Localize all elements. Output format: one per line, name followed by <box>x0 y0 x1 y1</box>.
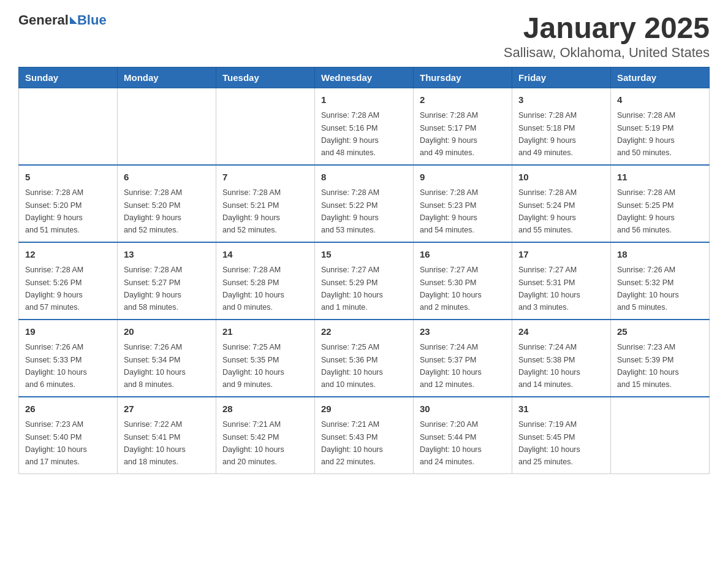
day-info: Sunrise: 7:28 AMSunset: 5:27 PMDaylight:… <box>124 266 182 312</box>
day-info: Sunrise: 7:27 AMSunset: 5:31 PMDaylight:… <box>518 266 580 312</box>
day-info: Sunrise: 7:28 AMSunset: 5:28 PMDaylight:… <box>222 266 284 312</box>
day-number: 25 <box>617 325 703 339</box>
day-info: Sunrise: 7:28 AMSunset: 5:24 PMDaylight:… <box>518 188 577 234</box>
day-number: 23 <box>420 325 506 339</box>
calendar-cell: 21Sunrise: 7:25 AMSunset: 5:35 PMDayligh… <box>216 320 315 397</box>
day-number: 6 <box>124 170 210 185</box>
page-header: General Blue January 2025 Sallisaw, Okla… <box>18 12 710 61</box>
day-number: 14 <box>222 248 308 262</box>
day-number: 18 <box>617 248 703 262</box>
calendar-cell: 9Sunrise: 7:28 AMSunset: 5:23 PMDaylight… <box>414 165 512 242</box>
calendar-cell: 18Sunrise: 7:26 AMSunset: 5:32 PMDayligh… <box>611 242 710 320</box>
calendar-cell: 4Sunrise: 7:28 AMSunset: 5:19 PMDaylight… <box>611 88 710 165</box>
calendar-table: SundayMondayTuesdayWednesdayThursdayFrid… <box>18 67 710 474</box>
day-info: Sunrise: 7:26 AMSunset: 5:34 PMDaylight:… <box>124 343 186 389</box>
calendar-cell: 26Sunrise: 7:23 AMSunset: 5:40 PMDayligh… <box>19 397 118 474</box>
calendar-cell: 30Sunrise: 7:20 AMSunset: 5:44 PMDayligh… <box>414 397 512 474</box>
day-info: Sunrise: 7:27 AMSunset: 5:30 PMDaylight:… <box>420 266 482 312</box>
day-info: Sunrise: 7:28 AMSunset: 5:25 PMDaylight:… <box>617 188 675 234</box>
logo-triangle-icon <box>70 17 77 24</box>
day-number: 29 <box>321 402 407 416</box>
calendar-cell <box>19 88 118 165</box>
day-number: 11 <box>617 170 703 185</box>
calendar-cell: 14Sunrise: 7:28 AMSunset: 5:28 PMDayligh… <box>216 242 315 320</box>
day-info: Sunrise: 7:28 AMSunset: 5:16 PMDaylight:… <box>321 111 379 157</box>
day-info: Sunrise: 7:26 AMSunset: 5:32 PMDaylight:… <box>617 266 679 312</box>
day-info: Sunrise: 7:21 AMSunset: 5:43 PMDaylight:… <box>321 420 383 466</box>
calendar-cell: 5Sunrise: 7:28 AMSunset: 5:20 PMDaylight… <box>19 165 118 242</box>
day-number: 30 <box>420 402 506 416</box>
day-number: 19 <box>25 325 111 339</box>
day-info: Sunrise: 7:23 AMSunset: 5:40 PMDaylight:… <box>25 420 87 466</box>
day-number: 3 <box>518 93 604 107</box>
day-number: 10 <box>518 170 604 185</box>
day-info: Sunrise: 7:28 AMSunset: 5:20 PMDaylight:… <box>25 188 83 234</box>
calendar-cell: 17Sunrise: 7:27 AMSunset: 5:31 PMDayligh… <box>512 242 611 320</box>
day-header-wednesday: Wednesday <box>315 67 414 88</box>
day-number: 4 <box>617 93 703 107</box>
calendar-cell: 16Sunrise: 7:27 AMSunset: 5:30 PMDayligh… <box>414 242 512 320</box>
day-number: 12 <box>25 248 111 262</box>
calendar-cell: 19Sunrise: 7:26 AMSunset: 5:33 PMDayligh… <box>19 320 118 397</box>
calendar-cell: 11Sunrise: 7:28 AMSunset: 5:25 PMDayligh… <box>611 165 710 242</box>
calendar-week-row: 26Sunrise: 7:23 AMSunset: 5:40 PMDayligh… <box>19 397 710 474</box>
day-number: 21 <box>222 325 308 339</box>
calendar-title: January 2025 <box>504 12 710 45</box>
day-number: 9 <box>420 170 506 185</box>
day-number: 31 <box>518 402 604 416</box>
day-number: 28 <box>222 402 308 416</box>
day-info: Sunrise: 7:24 AMSunset: 5:38 PMDaylight:… <box>518 343 580 389</box>
day-info: Sunrise: 7:23 AMSunset: 5:39 PMDaylight:… <box>617 343 679 389</box>
calendar-cell <box>118 88 216 165</box>
calendar-cell <box>611 397 710 474</box>
calendar-cell: 7Sunrise: 7:28 AMSunset: 5:21 PMDaylight… <box>216 165 315 242</box>
calendar-cell: 10Sunrise: 7:28 AMSunset: 5:24 PMDayligh… <box>512 165 611 242</box>
calendar-cell: 31Sunrise: 7:19 AMSunset: 5:45 PMDayligh… <box>512 397 611 474</box>
logo-general-text: General <box>18 12 69 28</box>
calendar-cell: 27Sunrise: 7:22 AMSunset: 5:41 PMDayligh… <box>118 397 216 474</box>
day-header-friday: Friday <box>512 67 611 88</box>
day-info: Sunrise: 7:22 AMSunset: 5:41 PMDaylight:… <box>124 420 186 466</box>
day-info: Sunrise: 7:26 AMSunset: 5:33 PMDaylight:… <box>25 343 87 389</box>
day-number: 27 <box>124 402 210 416</box>
calendar-cell: 1Sunrise: 7:28 AMSunset: 5:16 PMDaylight… <box>315 88 414 165</box>
calendar-cell: 24Sunrise: 7:24 AMSunset: 5:38 PMDayligh… <box>512 320 611 397</box>
calendar-header-row: SundayMondayTuesdayWednesdayThursdayFrid… <box>19 67 710 88</box>
calendar-cell: 25Sunrise: 7:23 AMSunset: 5:39 PMDayligh… <box>611 320 710 397</box>
logo: General Blue <box>18 12 107 28</box>
logo-blue-text: Blue <box>77 12 107 28</box>
day-number: 16 <box>420 248 506 262</box>
day-info: Sunrise: 7:28 AMSunset: 5:18 PMDaylight:… <box>518 111 577 157</box>
day-number: 22 <box>321 325 407 339</box>
title-block: January 2025 Sallisaw, Oklahoma, United … <box>504 12 710 61</box>
calendar-cell: 20Sunrise: 7:26 AMSunset: 5:34 PMDayligh… <box>118 320 216 397</box>
day-header-tuesday: Tuesday <box>216 67 315 88</box>
day-header-saturday: Saturday <box>611 67 710 88</box>
calendar-cell: 29Sunrise: 7:21 AMSunset: 5:43 PMDayligh… <box>315 397 414 474</box>
day-number: 8 <box>321 170 407 185</box>
day-info: Sunrise: 7:19 AMSunset: 5:45 PMDaylight:… <box>518 420 580 466</box>
calendar-week-row: 12Sunrise: 7:28 AMSunset: 5:26 PMDayligh… <box>19 242 710 320</box>
calendar-cell: 15Sunrise: 7:27 AMSunset: 5:29 PMDayligh… <box>315 242 414 320</box>
calendar-cell: 13Sunrise: 7:28 AMSunset: 5:27 PMDayligh… <box>118 242 216 320</box>
day-info: Sunrise: 7:28 AMSunset: 5:17 PMDaylight:… <box>420 111 478 157</box>
day-info: Sunrise: 7:25 AMSunset: 5:35 PMDaylight:… <box>222 343 284 389</box>
calendar-cell: 22Sunrise: 7:25 AMSunset: 5:36 PMDayligh… <box>315 320 414 397</box>
day-header-thursday: Thursday <box>414 67 512 88</box>
day-header-monday: Monday <box>118 67 216 88</box>
day-info: Sunrise: 7:25 AMSunset: 5:36 PMDaylight:… <box>321 343 383 389</box>
day-number: 15 <box>321 248 407 262</box>
day-header-sunday: Sunday <box>19 67 118 88</box>
calendar-cell: 6Sunrise: 7:28 AMSunset: 5:20 PMDaylight… <box>118 165 216 242</box>
calendar-cell: 28Sunrise: 7:21 AMSunset: 5:42 PMDayligh… <box>216 397 315 474</box>
calendar-cell: 23Sunrise: 7:24 AMSunset: 5:37 PMDayligh… <box>414 320 512 397</box>
calendar-week-row: 19Sunrise: 7:26 AMSunset: 5:33 PMDayligh… <box>19 320 710 397</box>
day-number: 1 <box>321 93 407 107</box>
day-info: Sunrise: 7:28 AMSunset: 5:20 PMDaylight:… <box>124 188 182 234</box>
day-info: Sunrise: 7:28 AMSunset: 5:22 PMDaylight:… <box>321 188 379 234</box>
day-info: Sunrise: 7:28 AMSunset: 5:21 PMDaylight:… <box>222 188 281 234</box>
day-number: 7 <box>222 170 308 185</box>
day-number: 13 <box>124 248 210 262</box>
day-info: Sunrise: 7:28 AMSunset: 5:23 PMDaylight:… <box>420 188 478 234</box>
calendar-week-row: 5Sunrise: 7:28 AMSunset: 5:20 PMDaylight… <box>19 165 710 242</box>
